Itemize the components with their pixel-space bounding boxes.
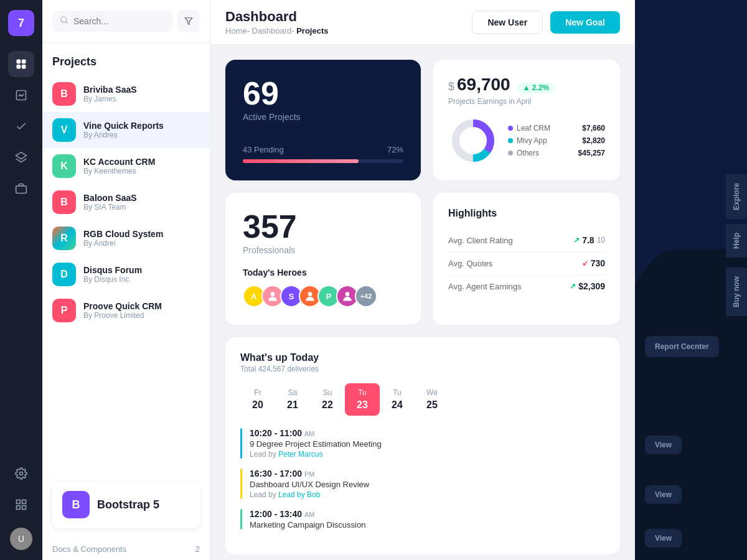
top-bar: Dashboard Home- Dashboard- Projects New … bbox=[210, 0, 635, 45]
search-box bbox=[52, 11, 172, 32]
cal-day-num-2: 22 bbox=[322, 399, 333, 411]
event-lead-link-1[interactable]: Lead by Bob bbox=[278, 490, 320, 499]
project-item-vine[interactable]: V Vine Quick Reports By Andres bbox=[42, 112, 210, 148]
earnings-subtitle: Projects Earnings in April bbox=[448, 97, 605, 106]
project-info-kc: KC Account CRM By Keenthemes bbox=[83, 157, 200, 175]
cal-day-5[interactable]: We 25 bbox=[415, 383, 449, 416]
nav-icon-settings[interactable] bbox=[8, 460, 34, 487]
project-item-rgb[interactable]: R RGB Cloud System By Andrei bbox=[42, 220, 210, 256]
docs-label: Docs & Components bbox=[52, 544, 126, 554]
project-author-kc: By Keenthemes bbox=[83, 167, 200, 175]
project-name-rgb: RGB Cloud System bbox=[83, 229, 200, 239]
event-2: 12:00 - 13:40 AM Marketing Campaign Disc… bbox=[240, 509, 605, 530]
highlight-value-2: ↗ $2,309 bbox=[570, 281, 605, 291]
project-info-rgb: RGB Cloud System By Andrei bbox=[83, 229, 200, 248]
progress-bar-bg bbox=[243, 159, 403, 163]
bootstrap-banner[interactable]: B Bootstrap 5 bbox=[52, 481, 200, 528]
page-title: Dashboard bbox=[225, 9, 328, 25]
top-bar-right: New User New Goal bbox=[472, 11, 620, 34]
new-goal-button[interactable]: New Goal bbox=[550, 11, 620, 34]
new-user-button[interactable]: New User bbox=[472, 11, 543, 34]
report-center-button[interactable]: Report Cecnter bbox=[645, 336, 719, 357]
tab-explore[interactable]: Explore bbox=[726, 174, 747, 219]
event-lead-0: Lead by Peter Marcus bbox=[250, 450, 605, 459]
calendar-days: Fr 20 Sa 21 Su 22 Tu 23 bbox=[240, 383, 605, 416]
nav-icon-check[interactable] bbox=[8, 113, 34, 139]
project-item-disqus[interactable]: D Disqus Forum By Disqus Inc. bbox=[42, 256, 210, 292]
event-time-2: 12:00 - 13:40 AM bbox=[250, 509, 605, 519]
nav-icon-grid2[interactable] bbox=[8, 492, 34, 518]
svg-rect-8 bbox=[17, 500, 21, 504]
legend-label-leaf: Leaf CRM bbox=[508, 124, 550, 133]
cal-day-label-0: Fr bbox=[254, 388, 261, 397]
event-content-1: 16:30 - 17:00 PM Dashboard UI/UX Design … bbox=[250, 469, 605, 499]
project-author-briviba: By James bbox=[83, 95, 200, 103]
breadcrumb-active: Projects bbox=[296, 26, 328, 35]
project-item-briviba[interactable]: B Briviba SaaS By James bbox=[42, 76, 210, 112]
project-item-kc[interactable]: K KC Account CRM By Keenthemes bbox=[42, 148, 210, 184]
docs-row[interactable]: Docs & Components 2 bbox=[42, 538, 210, 560]
svg-point-12 bbox=[61, 17, 67, 22]
svg-rect-0 bbox=[17, 60, 21, 64]
row-2: 357 Professionals Today's Heroes A S P bbox=[225, 193, 620, 325]
event-0: 10:20 - 11:00 AM 9 Degree Project Estima… bbox=[240, 428, 605, 459]
project-logo-rgb: R bbox=[52, 226, 76, 250]
project-info-vine: Vine Quick Reports By Andres bbox=[83, 121, 200, 139]
cal-day-0[interactable]: Fr 20 bbox=[240, 383, 275, 416]
tab-buynow[interactable]: Buy now bbox=[726, 268, 747, 316]
project-name-proove: Proove Quick CRM bbox=[83, 301, 200, 311]
pending-top: 43 Pending 72% bbox=[243, 145, 403, 154]
project-item-baloon[interactable]: B Baloon SaaS By SIA Team bbox=[42, 184, 210, 220]
view-button-1[interactable]: View bbox=[645, 436, 682, 454]
schedule-subtitle: Total 424,567 deliveries bbox=[240, 365, 605, 373]
project-name-kc: KC Account CRM bbox=[83, 157, 200, 167]
tab-help[interactable]: Help bbox=[726, 224, 747, 258]
card-active-projects: 69 Active Projects 43 Pending 72% bbox=[225, 60, 421, 180]
project-author-disqus: By Disqus Inc. bbox=[83, 275, 200, 284]
content-area: 69 Active Projects 43 Pending 72% $ 69,7… bbox=[210, 45, 635, 560]
cal-day-num-5: 25 bbox=[426, 399, 438, 411]
legend-value-leaf: $7,660 bbox=[582, 124, 605, 133]
donut-row: Leaf CRM $7,660 Mivy App $2,820 bbox=[448, 116, 605, 166]
cal-day-today[interactable]: Tu 23 bbox=[345, 383, 380, 416]
event-lead-link-0[interactable]: Peter Marcus bbox=[278, 450, 322, 459]
project-item-proove[interactable]: P Proove Quick CRM By Proove Limited bbox=[42, 292, 210, 329]
view-button-2[interactable]: View bbox=[645, 485, 682, 504]
nav-icon-layers[interactable] bbox=[8, 144, 34, 170]
project-logo-baloon: B bbox=[52, 190, 76, 214]
event-content-2: 12:00 - 13:40 AM Marketing Campaign Disc… bbox=[250, 509, 605, 530]
nav-icon-briefcase[interactable] bbox=[8, 175, 34, 202]
cal-day-label-4: Tu bbox=[393, 388, 402, 397]
cal-day-1[interactable]: Sa 21 bbox=[275, 383, 310, 416]
pending-row: 43 Pending 72% bbox=[243, 145, 403, 163]
card-professionals: 357 Professionals Today's Heroes A S P bbox=[225, 193, 421, 325]
nav-avatar[interactable]: 7 bbox=[8, 10, 34, 36]
svg-point-7 bbox=[20, 472, 23, 475]
nav-icon-chart[interactable] bbox=[8, 82, 34, 108]
highlight-row-0: Avg. Client Rating ↗ 7.8 10 bbox=[448, 229, 605, 252]
project-logo-vine: V bbox=[52, 118, 76, 142]
earnings-badge: ▲ 2.2% bbox=[518, 82, 555, 93]
svg-point-19 bbox=[308, 292, 312, 296]
view-button-3[interactable]: View bbox=[645, 529, 682, 548]
user-avatar[interactable]: U bbox=[10, 528, 32, 550]
filter-button[interactable] bbox=[177, 10, 200, 32]
nav-bar: 7 U bbox=[0, 0, 42, 560]
progress-bar-fill bbox=[243, 159, 359, 163]
search-input[interactable] bbox=[73, 16, 165, 26]
breadcrumb: Home- Dashboard- Projects bbox=[225, 26, 328, 35]
donut-legend: Leaf CRM $7,660 Mivy App $2,820 bbox=[508, 124, 605, 157]
svg-point-20 bbox=[345, 292, 350, 296]
project-name-briviba: Briviba SaaS bbox=[83, 85, 200, 95]
arrow-down-icon-1: ↙ bbox=[582, 259, 588, 268]
project-author-proove: By Proove Limited bbox=[83, 311, 200, 320]
event-content-0: 10:20 - 11:00 AM 9 Degree Project Estima… bbox=[250, 428, 605, 459]
cal-day-2[interactable]: Su 22 bbox=[310, 383, 345, 416]
project-logo-briviba: B bbox=[52, 82, 76, 106]
nav-icon-dashboard[interactable] bbox=[8, 51, 34, 77]
cal-day-label-1: Sa bbox=[288, 388, 298, 397]
cal-day-4[interactable]: Tu 24 bbox=[380, 383, 415, 416]
event-name-1: Dashboard UI/UX Design Review bbox=[250, 480, 605, 489]
project-logo-disqus: D bbox=[52, 263, 76, 286]
legend-value-others: $45,257 bbox=[578, 149, 605, 157]
